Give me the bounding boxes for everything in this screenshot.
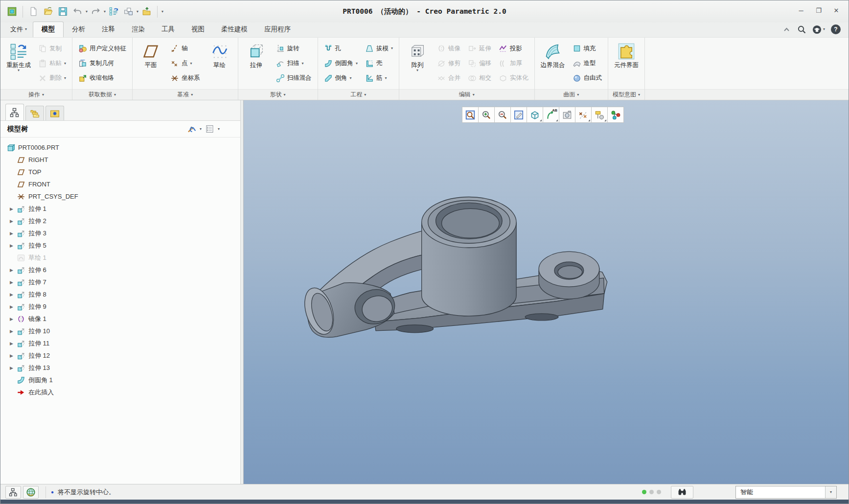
zoom-out-button[interactable] <box>494 107 511 123</box>
3d-viewport[interactable]: AB <box>244 100 849 484</box>
sketch-button[interactable]: 草绘 <box>205 40 234 87</box>
expand-arrow[interactable]: ▶ <box>6 292 17 297</box>
freestyle-button[interactable]: 自由式 <box>570 71 605 85</box>
tab-applications[interactable]: 应用程序 <box>256 22 299 37</box>
solidify-button[interactable]: 实体化 <box>496 71 531 85</box>
extend-button[interactable]: 延伸 <box>465 42 494 55</box>
repaint-button[interactable] <box>510 107 527 123</box>
group-label-surfaces[interactable]: 曲面▾ <box>535 89 608 100</box>
datum-axis-button[interactable]: 轴 <box>168 42 203 55</box>
expand-arrow[interactable]: ▶ <box>6 280 17 285</box>
paste-button[interactable]: 粘贴▾ <box>36 57 69 70</box>
expand-arrow[interactable]: ▶ <box>6 329 17 334</box>
group-label-editing[interactable]: 编辑▾ <box>399 89 534 100</box>
refit-button[interactable] <box>462 107 479 123</box>
chamfer-button[interactable]: 倒角▾ <box>321 71 361 85</box>
udf-button[interactable]: 用户定义特征 <box>76 42 129 55</box>
rib-button[interactable]: 筋▾ <box>363 71 395 85</box>
open-file-button[interactable] <box>42 5 55 18</box>
extrude-button[interactable]: 拉伸 <box>242 40 271 87</box>
tree-item[interactable]: ▶拉伸 8 <box>0 288 240 300</box>
datum-point-button[interactable]: 点▾ <box>168 57 203 70</box>
intersect-button[interactable]: 相交 <box>465 71 494 85</box>
tree-item-insert-here[interactable]: 在此插入 <box>0 386 240 398</box>
model-prt0006[interactable] <box>244 100 849 484</box>
copy-geometry-button[interactable]: 复制几何 <box>76 57 129 70</box>
help-button[interactable]: ? <box>831 24 841 34</box>
offset-button[interactable]: 偏移 <box>465 57 494 70</box>
shrinkwrap-button[interactable]: 收缩包络 <box>76 71 129 85</box>
hole-button[interactable]: 孔 <box>321 42 361 55</box>
shell-button[interactable]: 壳 <box>363 57 395 70</box>
redo-dropdown[interactable]: ▾ <box>104 10 106 14</box>
revolve-button[interactable]: 旋转 <box>274 42 314 55</box>
swept-blend-button[interactable]: 扫描混合 <box>274 71 314 85</box>
annotation-display-button[interactable] <box>591 107 608 123</box>
dropdown-arrow-icon[interactable]: ▾ <box>218 127 220 131</box>
regenerate-list-button[interactable] <box>107 5 120 18</box>
tree-item[interactable]: ▶拉伸 13 <box>0 362 240 374</box>
thicken-button[interactable]: 加厚 <box>496 57 531 70</box>
expand-arrow[interactable]: ▶ <box>6 206 17 211</box>
tab-render[interactable]: 渲染 <box>123 22 153 37</box>
expand-arrow[interactable]: ▶ <box>6 243 17 248</box>
app-logo-icon[interactable] <box>5 5 19 18</box>
file-menu-button[interactable]: 文件▾ <box>6 23 31 36</box>
delete-button[interactable]: 删除▾ <box>36 71 69 85</box>
new-file-button[interactable] <box>27 5 40 18</box>
draft-button[interactable]: 拔模▾ <box>363 42 395 55</box>
expand-arrow[interactable]: ▶ <box>6 317 17 321</box>
expand-arrow[interactable]: ▶ <box>6 304 17 309</box>
group-label-shapes[interactable]: 形状▾ <box>238 89 318 100</box>
tree-item[interactable]: ▶拉伸 6 <box>0 264 240 276</box>
restore-button[interactable]: ❐ <box>813 5 824 15</box>
tree-item[interactable]: 倒圆角 1 <box>0 374 240 386</box>
tree-item[interactable]: ▶拉伸 7 <box>0 276 240 288</box>
expand-arrow[interactable]: ▶ <box>6 219 17 224</box>
tree-item[interactable]: ▶拉伸 9 <box>0 300 240 313</box>
tab-folder-browser[interactable] <box>25 106 44 120</box>
copy-button[interactable]: 复制 <box>36 42 69 55</box>
search-icon[interactable] <box>797 25 806 34</box>
model-display-button[interactable] <box>122 5 135 18</box>
model-display-dropdown[interactable]: ▾ <box>137 10 138 14</box>
tree-item[interactable]: ▶拉伸 12 <box>0 349 240 362</box>
saved-orientations-button[interactable]: AB <box>543 107 559 123</box>
sweep-button[interactable]: 扫描▾ <box>274 57 314 70</box>
tree-item-suppressed[interactable]: 草绘 1 <box>0 252 240 264</box>
group-label-model-intent[interactable]: 模型意图▾ <box>608 89 644 100</box>
close-window-button[interactable] <box>140 5 153 18</box>
minimize-button[interactable]: ─ <box>796 5 806 15</box>
tree-item[interactable]: FRONT <box>0 178 240 190</box>
selection-filter-combo[interactable]: 智能 ▾ <box>735 486 837 499</box>
dropdown-arrow-icon[interactable]: ▾ <box>200 127 202 131</box>
tree-item[interactable]: ▶拉伸 10 <box>0 325 240 337</box>
view-manager-button[interactable] <box>559 107 575 123</box>
group-label-engineering[interactable]: 工程▾ <box>318 89 399 100</box>
expand-arrow[interactable]: ▶ <box>6 268 17 273</box>
project-button[interactable]: 投影 <box>496 42 531 55</box>
tab-annotate[interactable]: 注释 <box>93 22 123 37</box>
tab-model[interactable]: 模型 <box>33 22 64 37</box>
boundary-blend-button[interactable]: 边界混合 <box>538 40 568 87</box>
creo-community-button[interactable]: ▾ <box>812 25 825 34</box>
customize-toolbar-dropdown[interactable]: ▾ <box>161 10 163 14</box>
collapse-ribbon-icon[interactable] <box>782 25 791 34</box>
tab-model-tree[interactable] <box>5 104 24 120</box>
save-button[interactable] <box>56 5 69 18</box>
tree-filters-icon[interactable] <box>205 124 214 134</box>
datum-plane-button[interactable]: 平面 <box>136 40 165 87</box>
tab-tools[interactable]: 工具 <box>153 22 183 37</box>
display-style-button[interactable] <box>527 107 543 123</box>
mirror-button[interactable]: 镜像 <box>435 42 463 55</box>
round-button[interactable]: 倒圆角▾ <box>321 57 361 70</box>
trim-button[interactable]: 修剪 <box>435 57 463 70</box>
tree-item[interactable]: ▶拉伸 2 <box>0 215 240 227</box>
zoom-in-button[interactable] <box>478 107 495 123</box>
expand-arrow[interactable]: ▶ <box>6 341 17 346</box>
fill-button[interactable]: 填充 <box>570 42 605 55</box>
tree-item[interactable]: ▶拉伸 3 <box>0 227 240 239</box>
group-label-operations[interactable]: 操作▾ <box>0 89 72 100</box>
datum-display-button[interactable] <box>575 107 592 123</box>
expand-arrow[interactable]: ▶ <box>6 366 17 370</box>
